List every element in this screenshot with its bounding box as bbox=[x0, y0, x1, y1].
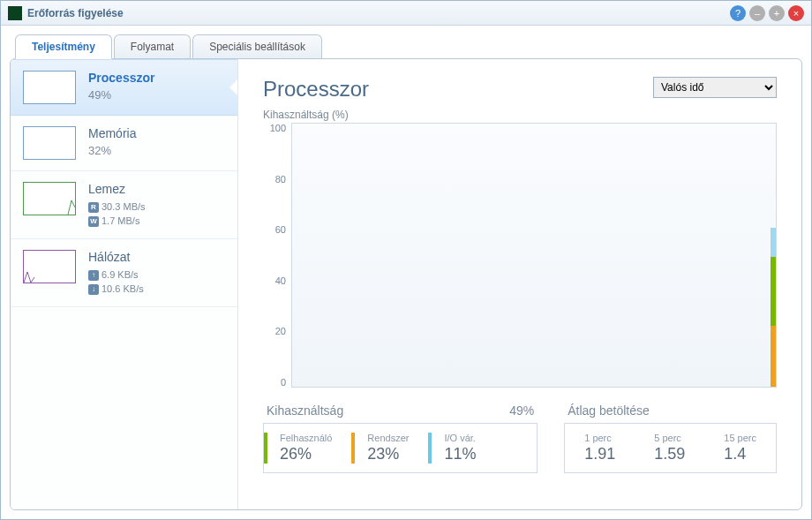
chart-canvas bbox=[291, 123, 777, 388]
util-title: Kihasználtság bbox=[267, 403, 343, 418]
main-panel: Processzor 49% Memória 32% bbox=[10, 58, 802, 510]
network-title: Hálózat bbox=[88, 250, 225, 264]
y-axis: 100 80 60 40 20 0 bbox=[263, 123, 291, 388]
ytick: 60 bbox=[275, 224, 286, 235]
ytick: 20 bbox=[275, 326, 286, 336]
memory-thumbnail bbox=[23, 126, 76, 160]
tab-process[interactable]: Folyamat bbox=[114, 34, 191, 59]
titlebar: Erőforrás figyelése ? – + × bbox=[1, 1, 811, 26]
tab-performance[interactable]: Teljesítmény bbox=[15, 34, 112, 59]
disk-thumbnail bbox=[23, 182, 76, 215]
ytick: 0 bbox=[281, 377, 286, 388]
load-block: Átlag betöltése 1 perc 1.91 5 perc 1.59 bbox=[564, 403, 777, 473]
time-range-select[interactable]: Valós idő bbox=[653, 77, 777, 98]
memory-title: Memória bbox=[88, 126, 225, 140]
disk-read: 30.3 MB/s bbox=[102, 201, 146, 212]
tab-advanced[interactable]: Speciális beállítások bbox=[192, 34, 322, 59]
load-box: 1 perc 1.91 5 perc 1.59 15 perc 1.4 bbox=[564, 423, 777, 473]
ytick: 80 bbox=[275, 174, 286, 185]
bar-io bbox=[771, 228, 776, 257]
cpu-value: 49% bbox=[88, 88, 225, 102]
main-header: Processzor Valós idő bbox=[263, 77, 777, 102]
util-total: 49% bbox=[509, 403, 534, 418]
disk-title: Lemez bbox=[88, 182, 225, 196]
tab-bar: Teljesítmény Folyamat Speciális beállítá… bbox=[15, 34, 802, 59]
net-down: 10.6 KB/s bbox=[102, 283, 144, 294]
window-controls: ? – + × bbox=[730, 5, 804, 21]
cpu-thumbnail bbox=[23, 71, 76, 104]
bar-system bbox=[771, 326, 776, 387]
ytick: 100 bbox=[270, 123, 286, 133]
load-title: Átlag betöltése bbox=[568, 403, 650, 418]
memory-value: 32% bbox=[88, 144, 225, 157]
stat-user: Felhasználó 26% bbox=[264, 433, 344, 463]
sidebar-item-memory[interactable]: Memória 32% bbox=[11, 116, 237, 171]
stacked-latest-bar bbox=[771, 228, 776, 387]
content-area: Teljesítmény Folyamat Speciális beállítá… bbox=[1, 26, 811, 519]
net-up: 6.9 KB/s bbox=[102, 269, 139, 280]
maximize-icon[interactable]: + bbox=[769, 5, 785, 21]
stats-row: Kihasználtság 49% Felhasználó 26% Rendsz… bbox=[263, 403, 777, 473]
app-icon bbox=[8, 6, 22, 20]
upload-badge-icon: ↑ bbox=[88, 270, 99, 281]
read-badge-icon: R bbox=[88, 202, 99, 213]
util-box: Felhasználó 26% Rendszer 23% I/O vár. 11… bbox=[263, 423, 538, 473]
sidebar-item-cpu[interactable]: Processzor 49% bbox=[11, 59, 237, 116]
download-badge-icon: ↓ bbox=[88, 284, 99, 295]
stat-system: Rendszer 23% bbox=[351, 433, 421, 463]
load-5m: 5 perc 1.59 bbox=[635, 433, 704, 463]
help-icon[interactable]: ? bbox=[730, 5, 746, 21]
minimize-icon[interactable]: – bbox=[749, 5, 765, 21]
utilization-block: Kihasználtság 49% Felhasználó 26% Rendsz… bbox=[263, 403, 538, 473]
page-title: Processzor bbox=[263, 77, 369, 102]
app-window: Erőforrás figyelése ? – + × Teljesítmény… bbox=[0, 0, 812, 520]
write-badge-icon: W bbox=[88, 216, 99, 227]
network-thumbnail bbox=[23, 250, 76, 283]
sidebar-item-network[interactable]: Hálózat ↑6.9 KB/s ↓10.6 KB/s bbox=[11, 239, 237, 307]
load-1m: 1 perc 1.91 bbox=[565, 433, 635, 463]
main-area: Processzor Valós idő Kihasználtság (%) 1… bbox=[238, 59, 801, 509]
cpu-title: Processzor bbox=[88, 71, 225, 85]
utilization-chart: 100 80 60 40 20 0 bbox=[263, 123, 777, 388]
ytick: 40 bbox=[275, 275, 286, 286]
stat-io: I/O vár. 11% bbox=[428, 433, 488, 463]
disk-write: 1.7 MB/s bbox=[102, 215, 139, 226]
bar-user bbox=[771, 257, 776, 326]
sidebar: Processzor 49% Memória 32% bbox=[11, 59, 238, 509]
load-15m: 15 perc 1.4 bbox=[704, 433, 776, 463]
window-title: Erőforrás figyelése bbox=[27, 7, 730, 19]
chart-ylabel: Kihasználtság (%) bbox=[263, 109, 777, 121]
close-icon[interactable]: × bbox=[788, 5, 804, 21]
sidebar-item-disk[interactable]: Lemez R30.3 MB/s W1.7 MB/s bbox=[11, 171, 237, 239]
